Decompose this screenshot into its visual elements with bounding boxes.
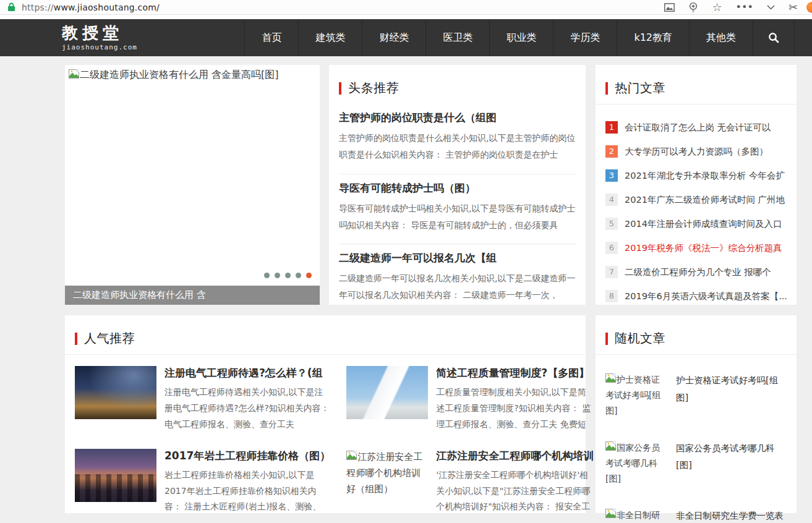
card-thumbnail-skyline[interactable] [75,449,156,502]
hot-article-link[interactable]: 2019年税务师《税法一》综合分析题真 [625,242,782,254]
hot-article-link[interactable]: 2014年注册会计师成绩查询时间及入口 [625,218,782,230]
url-text[interactable]: https://www.jiaoshoutang.com/ [22,2,160,12]
hot-article-item[interactable]: 8 2019年6月英语六级考试真题及答案【... [605,290,787,302]
article-desc: 主管护师的岗位职责是什么相关小知识,以下是主管护师的岗位职责是什么知识相关内容：… [339,130,576,164]
section-accent-bar [605,333,608,345]
headline-article[interactable]: 主管护师的岗位职责是什么（组图 主管护师的岗位职责是什么相关小知识,以下是主管护… [339,104,576,174]
popular-card[interactable]: 2017年岩土工程师挂靠价格（图） 岩土工程师挂靠价格相关小知识,以下是2017… [75,449,330,516]
hot-article-link[interactable]: 会计证取消了怎么上岗 无会计证可以 [625,122,771,134]
hot-article-item[interactable]: 5 2014年注册会计师成绩查询时间及入口 [605,218,787,230]
site-logo[interactable]: 教授堂 jiaoshoutang.com [62,19,137,56]
hot-article-link[interactable]: 2019年6月英语六级考试真题及答案【... [625,291,787,302]
random-header: 随机文章 [605,315,787,354]
random-article-item[interactable]: 护士资格证考试好考吗[组图] 护士资格证考试好考吗[组图] [605,372,787,419]
browser-brand-icon[interactable] [806,2,812,13]
broken-image-icon [69,69,79,79]
search-button[interactable] [753,19,795,56]
image-preview-icon[interactable] [664,3,675,12]
popular-card[interactable]: 注册电气工程师待遇?怎么样？(组 注册电气工程师待遇相关小知识,以下是注册电气工… [75,366,330,433]
card-thumbnail-alt-text: 江苏注册安全工程师哪个机构培训好（组图） [346,451,422,495]
browser-chrome: https://www.jiaoshoutang.com/ ☆ ••• ✂ [0,0,812,19]
hot-articles-list: 1 会计证取消了怎么上岗 无会计证可以 2 大专学历可以考人力资源吗（多图） 3… [605,104,787,302]
random-thumb-broken: 护士资格证考试好考吗[组图] [605,372,667,419]
popular-card[interactable]: 简述工程质量管理制度?【多图】 工程质量管理制度相关小知识,以下是简述工程质量管… [346,366,594,433]
hot-article-item[interactable]: 3 2021年湖北专升本录取率分析 今年会扩 [605,169,787,182]
ssl-lock-icon [7,2,15,12]
popular-cards: 注册电气工程师待遇?怎么样？(组 注册电气工程师待遇相关小知识,以下是注册电气工… [75,366,576,515]
hot-article-link[interactable]: 大专学历可以考人力资源吗（多图） [625,146,768,158]
rank-badge: 4 [605,193,618,206]
popular-card[interactable]: 江苏注册安全工程师哪个机构培训好（组图） 江苏注册安全工程师哪个机构培训 '江苏… [346,449,594,516]
nav-item-medical[interactable]: 医卫类 [425,19,489,56]
section-accent-bar [605,82,608,95]
hot-article-item-highlighted[interactable]: 6 2019年税务师《税法一》综合分析题真 [605,242,787,254]
nav-item-k12[interactable]: k12教育 [617,19,689,56]
hot-article-item[interactable]: 2 大专学历可以考人力资源吗（多图） [605,145,787,158]
hot-article-link[interactable]: 二级造价工程师分为几个专业 报哪个 [625,266,771,278]
featured-carousel[interactable]: 二级建造师执业资格有什么用 含金量高吗[图] 二级建造师执业资格有什么用 含 [65,65,320,305]
hot-articles-header: 热门文章 [605,65,787,104]
popular-header: 人气推荐 [75,315,576,354]
carousel-dot[interactable] [296,273,301,278]
headline-title: 头条推荐 [348,80,399,96]
nav-item-home[interactable]: 首页 [244,19,298,56]
chevron-down-icon[interactable] [767,5,775,10]
random-article-link[interactable]: 护士资格证考试好考吗[组图] [676,372,787,419]
hot-article-item[interactable]: 4 2021年广东二级造价师考试时间 广州地 [605,193,787,206]
article-title[interactable]: 主管护师的岗位职责是什么（组图 [339,111,576,125]
hot-article-link[interactable]: 2021年广东二级造价师考试时间 广州地 [625,194,785,206]
search-icon [768,32,779,43]
random-article-link[interactable]: 国家公务员考试考哪几科[图] [676,440,787,487]
carousel-slide[interactable]: 二级建造师执业资格有什么用 含金量高吗[图] [65,65,320,85]
hot-articles-section: 热门文章 1 会计证取消了怎么上岗 无会计证可以 2 大专学历可以考人力资源吗（… [596,65,797,305]
hot-article-item[interactable]: 7 二级造价工程师分为几个专业 报哪个 [605,266,787,278]
card-title[interactable]: 注册电气工程师待遇?怎么样？(组 [165,366,330,380]
carousel-dot[interactable] [264,273,270,278]
broken-image-icon [346,451,357,460]
carousel-dot[interactable] [275,273,280,278]
address-bar[interactable]: https://www.jiaoshoutang.com/ ☆ ••• ✂ [0,0,812,15]
headline-article[interactable]: 二级建造师一年可以报名几次【组 二级建造师一年可以报名几次相关小知识,以下是二级… [339,244,576,314]
main-navbar: 教授堂 jiaoshoutang.com 首页 建筑类 财经类 医卫类 职业类 … [0,19,812,56]
more-menu-icon[interactable]: ••• [736,2,753,12]
card-thumbnail-museum[interactable] [346,366,428,419]
article-desc: 导医有可能转成护士吗相关小知识,以下是导医有可能转成护士吗知识相关内容： 导医是… [339,200,576,234]
card-title[interactable]: 江苏注册安全工程师哪个机构培训 [436,449,594,463]
carousel-dot[interactable] [285,273,291,278]
scissors-clip-icon[interactable]: ✂ [788,2,798,13]
nav-item-construction[interactable]: 建筑类 [298,19,362,56]
carousel-dot-active[interactable] [306,273,312,278]
article-title[interactable]: 导医有可能转成护士吗（图） [339,181,576,195]
favorite-star-icon[interactable]: ☆ [712,2,722,13]
nav-item-vocational[interactable]: 职业类 [489,19,553,56]
hot-article-link[interactable]: 2021年湖北专升本录取率分析 今年会扩 [625,170,785,182]
card-desc: 岩土工程师挂靠价格相关小知识,以下是2017年岩土工程师挂靠价格知识相关内容： … [165,467,330,516]
headline-header: 头条推荐 [339,65,576,104]
nav-item-other[interactable]: 其他类 [689,19,753,56]
article-desc: 二级建造师一年可以报名几次相关小知识,以下是二级建造师一年可以报名几次知识相关内… [339,270,576,304]
random-article-item[interactable]: 国家公务员考试考哪几科[图] 国家公务员考试考哪几科[图] [605,440,787,487]
rank-badge: 7 [605,266,618,278]
random-article-link[interactable]: 非全日制研究生学费一览表 （组图） [676,508,787,523]
broken-image-icon [605,373,616,383]
card-desc: '江苏注册安全工程师哪个机构培训好'相关小知识,以下是"江苏注册安全工程师哪个机… [436,467,594,516]
idea-lens-icon[interactable] [688,2,698,12]
random-article-item[interactable]: 非全日制研究生学费一览表（组图） 非全日制研究生学费一览表 （组图） [605,508,787,523]
card-title[interactable]: 2017年岩土工程师挂靠价格（图） [165,449,330,463]
logo-domain: jiaoshoutang.com [62,43,137,51]
article-title[interactable]: 二级建造师一年可以报名几次【组 [339,251,576,265]
broken-image-icon [605,509,616,518]
rank-badge: 2 [605,145,618,158]
card-desc: 注册电气工程师待遇相关小知识,以下是注册电气工程师待遇?怎么样?知识相关内容： … [165,385,330,433]
card-title[interactable]: 简述工程质量管理制度?【多图】 [436,366,594,380]
headline-article[interactable]: 导医有可能转成护士吗（图） 导医有可能转成护士吗相关小知识,以下是导医有可能转成… [339,174,576,245]
nav-item-finance[interactable]: 财经类 [362,19,425,56]
nav-item-education-degree[interactable]: 学历类 [553,19,617,56]
hot-article-item[interactable]: 1 会计证取消了怎么上岗 无会计证可以 [605,121,787,134]
rank-badge: 8 [605,290,618,302]
card-thumbnail-cathedral[interactable] [75,366,156,419]
card-thumbnail-broken[interactable]: 江苏注册安全工程师哪个机构培训好（组图） [346,449,428,502]
rank-badge: 6 [605,242,618,254]
carousel-caption[interactable]: 二级建造师执业资格有什么用 含 [65,286,320,305]
random-thumb-broken: 国家公务员考试考哪几科[图] [605,440,667,487]
